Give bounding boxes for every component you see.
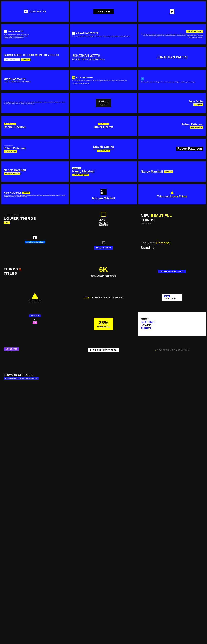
card-robert-patterson-php: Robert Patterson PHP Developer [138, 116, 206, 136]
card-thirds-titles: THIRDS & TITLES [1, 260, 69, 283]
ig-handle: Hi, I'm a professional [76, 76, 93, 78]
ss-box: 25% SUMMER SALE [94, 318, 113, 330]
row-13: About us and content. Typography by Moti… [0, 284, 207, 311]
vol-badge: VOLUME.10 [29, 314, 40, 317]
ig-desc: Hi, I'm a professional motion designer. … [72, 80, 127, 81]
card-high-caliber: HIGH CALIBER TITLES [70, 338, 137, 362]
card-john-gibbs: John Gibbs Designer [138, 93, 206, 113]
card-jonathan-watts-dark: JONATHAN WATTS LOVE IS TREMBLING HAPPINE… [1, 70, 69, 90]
jl-just: JUST [84, 296, 91, 299]
mb-beautiful: BEAUTIFUL [141, 321, 156, 324]
jwd-sub: LOVE IS TREMBLING HAPPINESS. [4, 81, 31, 83]
card-lower-thirds-title: Produced by Wave Space LOWER THIRDS PRO [1, 207, 69, 231]
nr-name: Nancy Marshall [4, 168, 26, 172]
row-16: EDWARD CHARLES TRANSFORMATION OF BRAND A… [0, 363, 207, 390]
mm-name: Morgan Mitchell [92, 196, 115, 200]
card-jonathan-watts-plain: JONATHAN WATTS [138, 47, 206, 67]
card-morgan-mitchell: BO RO Morgan Mitchell [70, 184, 137, 204]
card-modern-lower-thirds: MODERN LOWER THIRDS [138, 260, 206, 283]
jg-title: Designer [193, 104, 203, 106]
nr-title: Television Reporter [4, 172, 20, 175]
card-most-beautiful: MOST BEAUTIFUL LOWER THIRDS [138, 312, 206, 336]
row-12: THIRDS & TITLES 6K SOCIAL MEDIA FOLLOWER… [0, 258, 207, 284]
subscribe-button[interactable]: Subscribe [21, 58, 30, 61]
card-lead-motion: ▣ LEAD MOTION DESIGNER [70, 207, 137, 231]
sk-num: 6K [99, 266, 108, 273]
card-motion-ram: MOTION RAM MOTION DESIGNER [1, 338, 69, 362]
sub-title: Subscribe to Our Monthly blog [4, 54, 59, 57]
hc-badge: HIGH CALIBER TITLES [88, 348, 119, 352]
vol-num: ▶ [34, 318, 36, 320]
nm-sub: Lower Thirds [98, 102, 109, 104]
card-empty-1 [70, 364, 137, 388]
sc-title: PHP Developer [97, 150, 110, 152]
dd-icon: ⊞ [102, 241, 105, 244]
trl-brand: Typography by Motionram. [28, 302, 42, 303]
ap2-text1: The Art of [141, 241, 156, 245]
tl-text: Titles and Lower Thirds [157, 195, 187, 198]
vol-pink: 105 [33, 322, 37, 324]
nm-logo: MotionRam [98, 104, 109, 106]
nsw-badge: Swipe Up [164, 170, 173, 173]
jt-name: JONATHAN WATTS [76, 32, 99, 34]
row-3: Subscribe to Our Monthly blog Subscribe … [0, 46, 207, 68]
ns-name: Nancy Marshall [72, 170, 94, 173]
ec-title: TRANSFORMATION OF BRAND AFFILIATION [4, 377, 39, 380]
jw-desc: Hi, I'm a professional motion designer. … [4, 34, 30, 39]
rpd-name: Robert Patterson [176, 146, 203, 151]
card-steven-collins: Steven Collins PHP Developer [70, 138, 137, 159]
jl-rest: LOWER THIRDS PACK [92, 296, 123, 299]
ad-title: Art Director [98, 123, 109, 125]
lm-text3: DESIGNER [99, 224, 108, 226]
card-empty-2 [138, 364, 206, 388]
tt-titles: TITLES [4, 272, 17, 276]
nt2-accent: BEAUTIFUL [151, 214, 172, 218]
sk-text: SOCIAL MEDIA FOLLOWERS [91, 275, 116, 277]
ap2-text2: Branding [141, 246, 154, 250]
rp-title: PHP Developer [190, 126, 203, 129]
lt-title: LOWER THIRDS [4, 216, 36, 221]
rm-url: motionram.com [4, 145, 13, 146]
mr-badge: MOTION RAM [4, 348, 19, 350]
ss-text: SUMMER SALE [97, 326, 110, 328]
subscribe-input[interactable] [4, 58, 20, 61]
rm-name: Robert Patterson [4, 147, 25, 150]
card-robert-patterson-dark: Robert Patterson [138, 138, 206, 159]
mb-most: MOST [141, 318, 149, 321]
row-1: ▶ JOHN WATTS INSIDER ▶ [0, 0, 207, 23]
card-motion-desc: Hi, I'm a professional motion designer. … [1, 93, 69, 113]
john-watts-name: JOHN WATTS [29, 10, 46, 13]
card-edward-charles: EDWARD CHARLES TRANSFORMATION OF BRAND A… [1, 364, 69, 388]
nt-tag: #NOW_AND_THIS [186, 30, 203, 32]
logo-box: ▶ JOHN WATTS [24, 10, 46, 13]
card-facebook: f Hi, I'm a professional motion designer… [138, 70, 206, 90]
nm-book: New Modern Lower Thirds MotionRam [96, 99, 111, 107]
row-14: VOLUME.10 ▶ 105 25% SUMMER SALE MOST BEA… [0, 311, 207, 337]
row-10: Produced by Wave Space LOWER THIRDS PRO … [0, 206, 207, 232]
card-nancy-speaker: Speaker 01 Nancy Marshall Television Rep… [70, 162, 137, 182]
logo-icon: ▶ [24, 10, 28, 13]
row-11: ▶ American police unions ⊞ DRAG & DROP T… [0, 232, 207, 258]
card-jonathan-watts-love: JONATHAN WATTS LOVE IS TREMBLING HAPPINE… [70, 47, 137, 67]
row-7: motionram.com Robert Patterson PHP Devel… [0, 137, 207, 160]
fb-desc: Hi, I'm a professional motion designer. … [141, 81, 196, 82]
nsw-name: Nancy Marshall [141, 170, 163, 173]
card-jonathan-watts-text: JONATHAN WATTS Hi, I'm a professional mo… [70, 24, 137, 44]
nsu-name: Nancy Marshall [4, 191, 21, 194]
nd-text: ✦NEW DESIGN BY MOTIONRAM [155, 349, 189, 351]
card-new-design: ✦NEW DESIGN BY MOTIONRAM [138, 338, 206, 362]
ns-title: Television Reporter [72, 174, 89, 176]
tt-thirds: THIRDS [4, 267, 18, 271]
card-logo-only: ▶ [138, 1, 206, 22]
card-rachel-shelton: SMM Manager Rachel Shelton [1, 116, 69, 136]
sub-input-row: Subscribe [4, 58, 30, 61]
ec-name: EDWARD CHARLES [4, 373, 33, 377]
nt2-new: NEW [141, 214, 149, 218]
rm-title: PHP Developer [4, 150, 17, 152]
ig-icon: 📷 [72, 76, 75, 79]
jwp-name: JONATHAN WATTS [157, 55, 188, 59]
insider-badge: INSIDER [93, 9, 114, 14]
jg-name: John Gibbs [189, 100, 203, 103]
jwl-sub: LOVE IS TREMBLING HAPPINESS. [72, 58, 105, 60]
fb-icon: f [141, 77, 144, 80]
